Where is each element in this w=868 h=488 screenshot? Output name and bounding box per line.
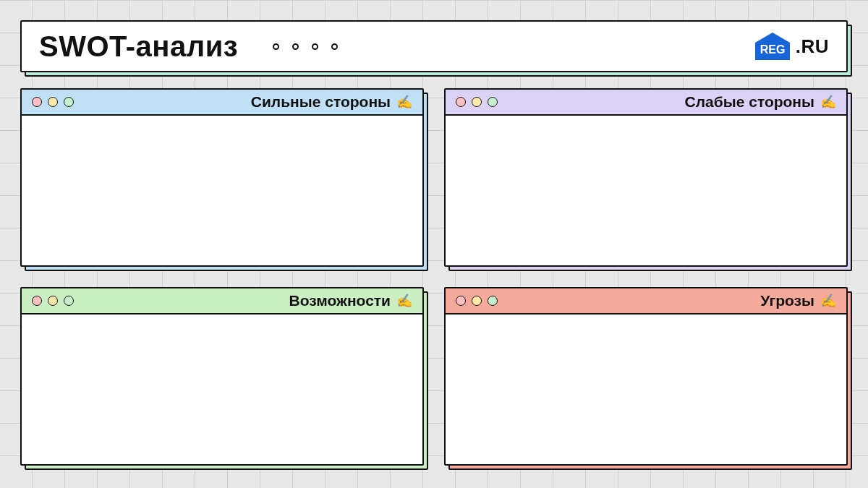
close-dot-icon <box>32 296 42 306</box>
panel-title: Возможности ✍ <box>289 292 412 309</box>
panel-frame: Угрозы ✍ <box>444 287 848 466</box>
traffic-lights <box>32 296 74 306</box>
header-card: SWOT-анализ REG .RU <box>20 20 848 72</box>
panel-body[interactable] <box>446 314 846 464</box>
panel-title-text: Слабые стороны <box>685 93 814 111</box>
minimize-dot-icon <box>472 97 482 107</box>
panel-frame: Сильные стороны ✍ <box>20 88 424 267</box>
minimize-dot-icon <box>48 296 58 306</box>
panel-strengths: Сильные стороны ✍ <box>20 88 424 267</box>
panel-title: Слабые стороны ✍ <box>685 93 836 111</box>
panel-weaknesses: Слабые стороны ✍ <box>444 88 848 267</box>
panel-body[interactable] <box>22 314 422 464</box>
panel-body[interactable] <box>22 116 422 265</box>
house-icon: REG <box>752 31 793 61</box>
panel-title-text: Сильные стороны <box>251 93 391 111</box>
logo-suffix-text: .RU <box>796 35 829 58</box>
panel-title: Угрозы ✍ <box>760 292 836 309</box>
swot-grid: Сильные стороны ✍ Слабые стороны ✍ <box>20 88 848 466</box>
edit-icon[interactable]: ✍ <box>820 95 836 108</box>
panel-title: Сильные стороны ✍ <box>251 93 412 111</box>
edit-icon[interactable]: ✍ <box>396 294 412 307</box>
panel-frame: Возможности ✍ <box>20 287 424 466</box>
logo-box-text: REG <box>760 43 785 56</box>
close-dot-icon <box>456 97 466 107</box>
reg-ru-logo: REG .RU <box>752 31 829 61</box>
maximize-dot-icon <box>64 296 74 306</box>
page-title: SWOT-анализ <box>39 30 238 63</box>
close-dot-icon <box>456 296 466 306</box>
panel-body[interactable] <box>446 116 846 265</box>
maximize-dot-icon <box>488 97 498 107</box>
minimize-dot-icon <box>48 97 58 107</box>
panel-titlebar: Слабые стороны ✍ <box>446 90 846 116</box>
panel-threats: Угрозы ✍ <box>444 287 848 466</box>
panel-title-text: Возможности <box>289 292 391 309</box>
edit-icon[interactable]: ✍ <box>396 95 412 108</box>
edit-icon[interactable]: ✍ <box>820 294 836 307</box>
traffic-lights <box>456 97 498 107</box>
panel-titlebar: Возможности ✍ <box>22 288 422 314</box>
minimize-dot-icon <box>472 296 482 306</box>
panel-titlebar: Угрозы ✍ <box>446 288 846 314</box>
close-dot-icon <box>32 97 42 107</box>
decorative-dots <box>273 43 338 50</box>
panel-titlebar: Сильные стороны ✍ <box>22 90 422 116</box>
panel-frame: Слабые стороны ✍ <box>444 88 848 267</box>
panel-title-text: Угрозы <box>760 292 814 309</box>
maximize-dot-icon <box>488 296 498 306</box>
traffic-lights <box>32 97 74 107</box>
panel-opportunities: Возможности ✍ <box>20 287 424 466</box>
maximize-dot-icon <box>64 97 74 107</box>
traffic-lights <box>456 296 498 306</box>
header: SWOT-анализ REG .RU <box>20 20 848 72</box>
